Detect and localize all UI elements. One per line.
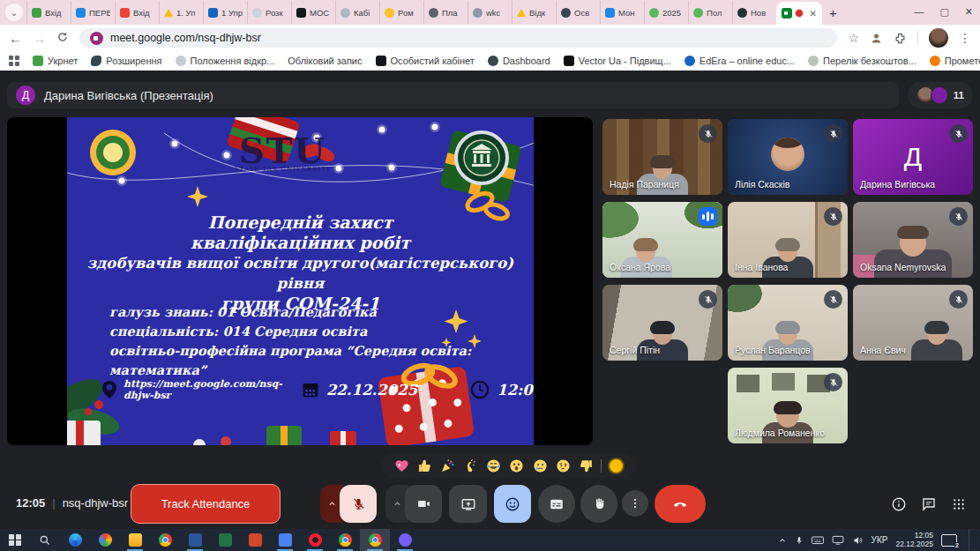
- participant-tile[interactable]: Людмила Романенко: [728, 368, 848, 443]
- tab[interactable]: 2025: [644, 1, 688, 24]
- opera-icon[interactable]: [300, 529, 330, 551]
- participant-tile[interactable]: Сергій Пітін: [602, 285, 722, 361]
- tab[interactable]: Мон: [600, 1, 644, 24]
- tab[interactable]: Розк: [247, 1, 291, 24]
- extension-user-icon[interactable]: [870, 32, 883, 45]
- reactions-button-active[interactable]: [494, 485, 531, 523]
- participant-tile[interactable]: Д Дарина Вигівська: [853, 119, 973, 195]
- reaction-crying-icon[interactable]: [532, 458, 549, 474]
- bookmark[interactable]: Обліковий запис: [288, 56, 362, 66]
- mic-muted-button[interactable]: [340, 485, 377, 523]
- apps-grid-icon[interactable]: [9, 56, 19, 66]
- skin-tone-selector[interactable]: [608, 458, 625, 474]
- tab[interactable]: 1. Уп: [159, 1, 203, 24]
- activities-grid-icon[interactable]: [947, 493, 970, 516]
- tab-meet-active[interactable]: ✕: [776, 2, 822, 25]
- bookmark[interactable]: Vector Ua - Підвищ...: [564, 56, 671, 66]
- powerpoint-icon[interactable]: [240, 529, 270, 551]
- tray-keyboard-icon[interactable]: [812, 535, 824, 545]
- bookmark[interactable]: Прометеус: [930, 56, 980, 66]
- chrome-icon[interactable]: [150, 529, 180, 551]
- maximize-button[interactable]: ▢: [939, 6, 948, 18]
- tray-mic-icon[interactable]: [795, 535, 804, 546]
- tab[interactable]: Пол: [688, 1, 732, 24]
- reaction-astonished-icon[interactable]: [508, 458, 525, 474]
- tab[interactable]: Нов: [732, 1, 776, 24]
- reaction-party-popper-icon[interactable]: [439, 458, 456, 474]
- tab[interactable]: Пла: [423, 1, 468, 24]
- tab[interactable]: Осв: [556, 1, 600, 24]
- bookmark-star-icon[interactable]: ☆: [848, 31, 859, 45]
- minimize-button[interactable]: —: [914, 6, 924, 17]
- present-screen-button[interactable]: [449, 485, 487, 523]
- bookmark[interactable]: Укрнет: [33, 56, 78, 66]
- chrome-active-window-icon[interactable]: [360, 529, 390, 551]
- notification-center-icon[interactable]: 2: [941, 534, 957, 547]
- bookmark[interactable]: Перелік безкоштов...: [808, 56, 916, 66]
- reaction-sparkling-heart-icon[interactable]: [393, 458, 410, 474]
- tab[interactable]: 1 Упр: [203, 1, 247, 24]
- clock[interactable]: 12:05 22.12.2025: [895, 532, 933, 548]
- teams-icon[interactable]: [270, 529, 300, 551]
- participant-tile[interactable]: Oksana Nemyrovska: [853, 202, 973, 278]
- tab[interactable]: Ром: [379, 1, 423, 24]
- language-indicator[interactable]: УКР: [872, 535, 888, 545]
- forward-button[interactable]: →: [33, 32, 46, 45]
- bookmark[interactable]: Dashboard: [488, 56, 550, 66]
- back-button[interactable]: ←: [9, 32, 22, 45]
- reaction-thumbs-up-icon[interactable]: [416, 458, 433, 474]
- viber-icon[interactable]: [390, 529, 420, 551]
- participant-tile[interactable]: Анна Євич: [853, 285, 973, 361]
- participant-tile-speaking[interactable]: Оксана Ярова: [602, 202, 722, 278]
- chrome-icon[interactable]: [330, 529, 360, 551]
- presentation-stage[interactable]: STU STATE TAX UNIVERSITY Попередній захи…: [7, 117, 593, 445]
- more-options-button[interactable]: [622, 490, 648, 517]
- address-bar[interactable]: meet.google.com/nsq-dhjw-bsr: [79, 28, 837, 48]
- tab[interactable]: Відк: [512, 1, 556, 24]
- extensions-puzzle-icon[interactable]: [894, 32, 907, 45]
- file-explorer-icon[interactable]: [120, 529, 150, 551]
- tab[interactable]: Вхід: [26, 1, 71, 24]
- bookmark[interactable]: EdEra – online educ...: [685, 56, 795, 66]
- tray-volume-icon[interactable]: [852, 535, 864, 546]
- reaction-thinking-icon[interactable]: [555, 458, 572, 474]
- participants-pill[interactable]: 11: [908, 82, 973, 108]
- start-button[interactable]: [0, 529, 30, 551]
- participant-tile[interactable]: Лілія Скасків: [728, 119, 848, 195]
- meeting-details-icon[interactable]: [887, 493, 910, 516]
- tab-close-icon[interactable]: ✕: [810, 9, 817, 19]
- taskbar-search-icon[interactable]: [30, 529, 60, 551]
- participant-tile[interactable]: Надія Параниця: [602, 119, 722, 195]
- tab[interactable]: Кабі: [335, 1, 379, 24]
- profile-avatar[interactable]: [929, 28, 948, 48]
- reaction-tears-of-joy-icon[interactable]: [485, 458, 502, 474]
- participant-tile[interactable]: Руслан Баранцов: [728, 285, 848, 361]
- photos-icon[interactable]: [90, 529, 120, 551]
- camera-on-button[interactable]: [405, 485, 442, 523]
- close-button[interactable]: ✕: [965, 6, 973, 18]
- reaction-thumbs-down-icon[interactable]: [578, 458, 595, 474]
- tab[interactable]: МОС: [291, 1, 335, 24]
- tab[interactable]: wkc: [468, 1, 512, 24]
- tab[interactable]: ПЕРЕ: [71, 1, 115, 24]
- chat-icon[interactable]: [917, 493, 940, 516]
- raise-hand-button[interactable]: [580, 485, 617, 523]
- tab-search-chevron-icon[interactable]: ⌄: [5, 4, 23, 21]
- bookmark[interactable]: Розширення: [91, 56, 161, 66]
- reaction-clapping-hands-icon[interactable]: [462, 458, 479, 474]
- bookmark[interactable]: Положення відкр...: [176, 56, 275, 66]
- tray-network-icon[interactable]: [832, 535, 844, 545]
- leave-call-button[interactable]: [655, 485, 706, 523]
- browser-menu-icon[interactable]: ⋮: [959, 31, 971, 45]
- tray-chevron-icon[interactable]: [778, 536, 787, 545]
- show-desktop-strip[interactable]: [969, 529, 973, 551]
- excel-icon[interactable]: [210, 529, 240, 551]
- track-attendance-button[interactable]: Track Attendance: [131, 484, 281, 524]
- new-tab-button[interactable]: +: [829, 5, 837, 20]
- word-icon[interactable]: [180, 529, 210, 551]
- bookmark[interactable]: Особистий кабінет: [376, 56, 475, 66]
- participant-tile[interactable]: Інна Іванова: [728, 202, 848, 278]
- tab[interactable]: Вхід: [115, 1, 159, 24]
- edge-icon[interactable]: [60, 529, 90, 551]
- reload-button[interactable]: [56, 31, 69, 45]
